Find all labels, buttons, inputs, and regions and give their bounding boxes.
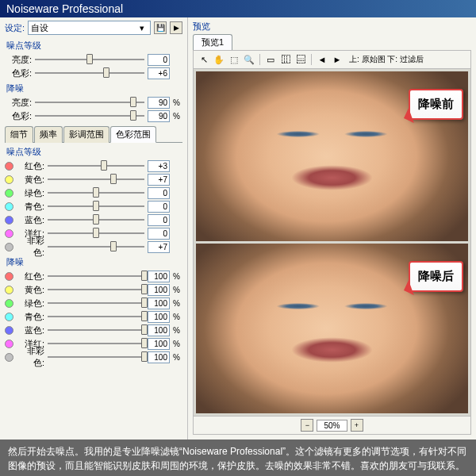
slider-row: 亮度: 90% bbox=[5, 96, 182, 109]
slider-label: 青色: bbox=[17, 201, 44, 213]
slider[interactable] bbox=[48, 338, 144, 349]
slider[interactable] bbox=[48, 201, 144, 212]
tab-1[interactable]: 频率 bbox=[34, 126, 63, 143]
after-callout: 降噪后 bbox=[409, 261, 463, 292]
slider[interactable] bbox=[35, 67, 144, 79]
slider-label: 青色: bbox=[17, 311, 44, 323]
unit-label: % bbox=[173, 272, 182, 281]
layout-single-icon[interactable]: ▭ bbox=[264, 53, 277, 66]
slider-value-input[interactable]: 100 bbox=[148, 284, 170, 296]
slider[interactable] bbox=[48, 241, 144, 252]
slider-value-input[interactable]: 0 bbox=[148, 214, 170, 226]
slider-row: 亮度: 0 bbox=[5, 53, 182, 66]
color-swatch bbox=[5, 326, 13, 335]
zoom-tool-icon[interactable]: 🔍 bbox=[243, 53, 255, 66]
color-swatch bbox=[5, 286, 13, 294]
slider-value-input[interactable]: 0 bbox=[148, 228, 170, 240]
slider-value-input[interactable]: 0 bbox=[148, 201, 170, 213]
slider[interactable] bbox=[48, 187, 144, 198]
zoom-in-button[interactable]: + bbox=[351, 419, 363, 432]
zoom-bar: − 50% + bbox=[193, 416, 471, 435]
preview-tab[interactable]: 预览1 bbox=[193, 34, 232, 50]
slider[interactable] bbox=[48, 284, 144, 295]
unit-label: % bbox=[173, 299, 182, 308]
color-swatch bbox=[5, 229, 13, 238]
preset-forward-button[interactable]: ▶ bbox=[170, 21, 182, 34]
slider-row: 黄色: +7 bbox=[5, 173, 182, 186]
slider-value-input[interactable]: +6 bbox=[148, 67, 170, 79]
slider[interactable] bbox=[48, 298, 144, 309]
color-swatch bbox=[5, 299, 13, 308]
separator bbox=[311, 54, 312, 65]
slider-value-input[interactable]: 100 bbox=[148, 351, 170, 363]
slider-value-input[interactable]: 100 bbox=[148, 324, 170, 336]
toolbar-text: 上: 原始图 下: 过滤后 bbox=[349, 54, 424, 65]
separator bbox=[259, 54, 260, 65]
slider[interactable] bbox=[48, 214, 144, 225]
color-swatch bbox=[5, 216, 13, 225]
slider-value-input[interactable]: 90 bbox=[148, 110, 170, 122]
slider-value-input[interactable]: 90 bbox=[148, 97, 170, 109]
slider-value-input[interactable]: 100 bbox=[148, 338, 170, 350]
slider[interactable] bbox=[48, 174, 144, 185]
preview-toolbar: ↖ ✋ ⬚ 🔍 ▭ ⿲ ⿳ ◄ ► 上: 原始图 下: 过滤后 bbox=[193, 50, 471, 69]
pointer-tool-icon[interactable]: ↖ bbox=[198, 53, 210, 66]
preset-select[interactable]: 自设 ▾ bbox=[28, 21, 151, 35]
slider[interactable] bbox=[35, 110, 144, 121]
slider-label: 非彩色: bbox=[17, 345, 44, 369]
slider-value-input[interactable]: 100 bbox=[148, 271, 170, 282]
hand-tool-icon[interactable]: ✋ bbox=[213, 53, 225, 66]
color-swatch bbox=[5, 162, 13, 171]
tab-3[interactable]: 色彩范围 bbox=[110, 126, 156, 143]
slider-label: 色彩: bbox=[5, 67, 32, 79]
slider[interactable] bbox=[35, 97, 144, 108]
nav-left-icon[interactable]: ◄ bbox=[316, 53, 328, 66]
marquee-tool-icon[interactable]: ⬚ bbox=[228, 53, 240, 66]
slider-row: 青色: 100% bbox=[5, 310, 182, 323]
tab-0[interactable]: 细节 bbox=[5, 126, 33, 143]
slider[interactable] bbox=[48, 228, 144, 239]
slider-value-input[interactable]: 0 bbox=[148, 54, 170, 66]
slider-value-input[interactable]: +7 bbox=[148, 241, 170, 253]
preview-before-image[interactable]: 降噪前 bbox=[196, 71, 468, 241]
preview-area: 降噪前 降噪后 bbox=[193, 69, 471, 416]
zoom-out-button[interactable]: − bbox=[301, 419, 313, 432]
caption-text: 然后开始去噪点。我用的是专业降噪滤镜“Noiseware Professiona… bbox=[0, 440, 476, 476]
slider[interactable] bbox=[35, 54, 144, 65]
slider[interactable] bbox=[48, 311, 144, 322]
slider[interactable] bbox=[48, 324, 144, 336]
color-swatch bbox=[5, 175, 13, 184]
slider-value-input[interactable]: +7 bbox=[148, 174, 170, 186]
save-preset-button[interactable]: 💾 bbox=[154, 21, 167, 34]
layout-split-h-icon[interactable]: ⿲ bbox=[279, 53, 292, 66]
nav-right-icon[interactable]: ► bbox=[331, 53, 344, 66]
tab-2[interactable]: 影调范围 bbox=[63, 126, 109, 143]
slider-value-input[interactable]: 0 bbox=[148, 187, 170, 199]
color-swatch bbox=[5, 202, 13, 211]
slider-label: 绿色: bbox=[17, 187, 44, 199]
slider-row: 黄色: 100% bbox=[5, 283, 182, 296]
slider[interactable] bbox=[48, 160, 144, 171]
app-body: 设定: 自设 ▾ 💾 ▶ 噪点等级 亮度: 0 色彩: +6 降噪 亮度: 90… bbox=[0, 17, 476, 440]
slider-label: 红色: bbox=[17, 271, 44, 282]
slider-label: 亮度: bbox=[5, 97, 32, 109]
slider-label: 黄色: bbox=[17, 174, 44, 186]
color-swatch bbox=[5, 313, 13, 321]
zoom-value: 50% bbox=[317, 420, 347, 432]
slider-row: 红色: 100% bbox=[5, 270, 182, 282]
slider[interactable] bbox=[48, 351, 144, 363]
color-swatch bbox=[5, 243, 13, 251]
preview-after-image[interactable]: 降噪后 bbox=[196, 244, 468, 413]
layout-split-v-icon[interactable]: ⿳ bbox=[294, 53, 307, 66]
slider-label: 非彩色: bbox=[17, 235, 44, 259]
settings-panel: 设定: 自设 ▾ 💾 ▶ 噪点等级 亮度: 0 色彩: +6 降噪 亮度: 90… bbox=[0, 17, 188, 440]
slider-label: 红色: bbox=[17, 160, 44, 172]
slider[interactable] bbox=[48, 271, 144, 282]
slider-row: 红色: +3 bbox=[5, 159, 182, 172]
slider-value-input[interactable]: 100 bbox=[148, 298, 170, 309]
slider-value-input[interactable]: +3 bbox=[148, 160, 170, 172]
slider-label: 蓝色: bbox=[17, 214, 44, 226]
slider-value-input[interactable]: 100 bbox=[148, 311, 170, 323]
before-callout: 降噪前 bbox=[409, 89, 463, 120]
color-swatch bbox=[5, 340, 13, 348]
